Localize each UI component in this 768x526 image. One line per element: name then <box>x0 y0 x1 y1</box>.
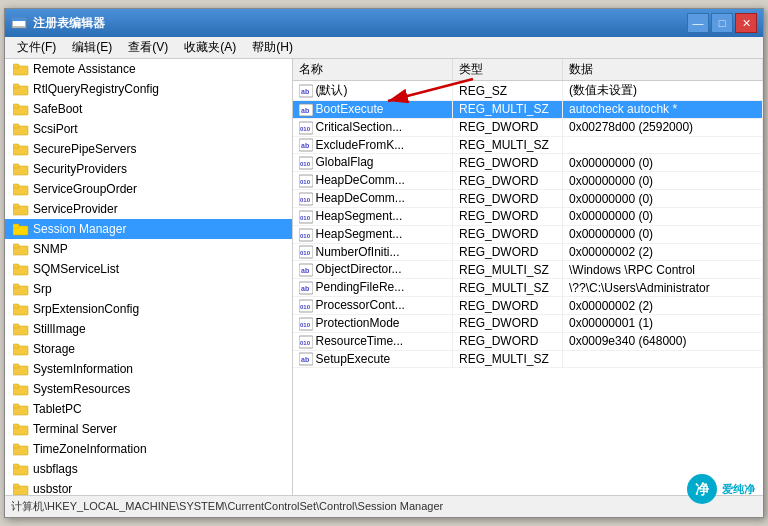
reg-data-cell: 0x00000000 (0) <box>563 225 763 243</box>
tree-item-label: SafeBoot <box>33 102 82 116</box>
tree-item[interactable]: usbstor <box>5 479 292 495</box>
menu-file[interactable]: 文件(F) <box>9 37 64 58</box>
ab-icon: ab <box>299 263 313 277</box>
tree-item-label: ServiceGroupOrder <box>33 182 137 196</box>
reg-data-cell: 0x00000002 (2) <box>563 297 763 315</box>
reg-name: CriticalSection... <box>316 120 403 134</box>
ab-icon: ab <box>299 352 313 366</box>
reg-data-cell <box>563 350 763 368</box>
reg-data-cell: 0x00000000 (0) <box>563 172 763 190</box>
svg-text:010: 010 <box>300 126 311 132</box>
tree-item[interactable]: RtlQueryRegistryConfig <box>5 79 292 99</box>
tree-item[interactable]: SecurePipeServers <box>5 139 292 159</box>
status-bar: 计算机\HKEY_LOCAL_MACHINE\SYSTEM\CurrentCon… <box>5 495 763 517</box>
table-row[interactable]: ab(默认)REG_SZ(数值未设置) <box>293 81 763 101</box>
tree-item[interactable]: SafeBoot <box>5 99 292 119</box>
table-row[interactable]: 010ProcessorCont...REG_DWORD0x00000002 (… <box>293 297 763 315</box>
maximize-button[interactable]: □ <box>711 13 733 33</box>
tree-item[interactable]: TabletPC <box>5 399 292 419</box>
svg-rect-44 <box>13 464 19 468</box>
reg-name: ObjectDirector... <box>316 262 402 276</box>
tree-item[interactable]: Srp <box>5 279 292 299</box>
svg-rect-38 <box>13 404 19 408</box>
table-row[interactable]: 010HeapSegment...REG_DWORD0x00000000 (0) <box>293 225 763 243</box>
menu-favorites[interactable]: 收藏夹(A) <box>176 37 244 58</box>
reg-name-cell: 010ResourceTime... <box>293 332 453 350</box>
watermark-text: 爱纯净 <box>722 482 755 497</box>
table-row[interactable]: 010HeapDeComm...REG_DWORD0x00000000 (0) <box>293 190 763 208</box>
table-row[interactable]: abObjectDirector...REG_MULTI_SZ\Windows … <box>293 261 763 279</box>
svg-rect-12 <box>13 144 19 148</box>
watermark-logo: 净 <box>686 473 718 505</box>
table-row[interactable]: abExcludeFromK...REG_MULTI_SZ <box>293 136 763 154</box>
tree-item[interactable]: ServiceGroupOrder <box>5 179 292 199</box>
reg-type-cell: REG_DWORD <box>453 332 563 350</box>
reg-name: BootExecute <box>316 102 384 116</box>
folder-icon <box>13 422 29 436</box>
folder-icon <box>13 82 29 96</box>
table-row[interactable]: 010CriticalSection...REG_DWORD0x00278d00… <box>293 118 763 136</box>
svg-rect-40 <box>13 424 19 428</box>
reg-name: NumberOfIniti... <box>316 245 400 259</box>
table-row[interactable]: 010NumberOfIniti...REG_DWORD0x00000002 (… <box>293 243 763 261</box>
tree-item[interactable]: TimeZoneInformation <box>5 439 292 459</box>
table-row[interactable]: abSetupExecuteREG_MULTI_SZ <box>293 350 763 368</box>
folder-icon <box>13 122 29 136</box>
tree-item-label: SecurityProviders <box>33 162 127 176</box>
reg-name-cell: ab(默认) <box>293 81 453 101</box>
tree-item[interactable]: Session Manager <box>5 219 292 239</box>
reg-name-cell: 010HeapDeComm... <box>293 172 453 190</box>
folder-icon <box>13 442 29 456</box>
reg-data-cell: 0x00278d00 (2592000) <box>563 118 763 136</box>
table-row[interactable]: 010ResourceTime...REG_DWORD0x0009e340 (6… <box>293 332 763 350</box>
right-registry-panel: 名称 类型 数据 ab(默认)REG_SZ(数值未设置)abBootExecut… <box>293 59 764 495</box>
svg-text:010: 010 <box>300 215 311 221</box>
table-row[interactable]: 010HeapDeComm...REG_DWORD0x00000000 (0) <box>293 172 763 190</box>
folder-icon <box>13 402 29 416</box>
tree-item[interactable]: Storage <box>5 339 292 359</box>
reg-name: HeapSegment... <box>316 209 403 223</box>
tree-item[interactable]: SQMServiceList <box>5 259 292 279</box>
tree-item[interactable]: Terminal Server <box>5 419 292 439</box>
table-row[interactable]: abBootExecuteREG_MULTI_SZautocheck autoc… <box>293 101 763 119</box>
table-row[interactable]: abPendingFileRe...REG_MULTI_SZ\??\C:\Use… <box>293 279 763 297</box>
reg-type-cell: REG_DWORD <box>453 314 563 332</box>
tree-item[interactable]: ScsiPort <box>5 119 292 139</box>
svg-text:ab: ab <box>301 356 309 363</box>
tree-item[interactable]: Remote Assistance <box>5 59 292 79</box>
table-row[interactable]: 010HeapSegment...REG_DWORD0x00000000 (0) <box>293 207 763 225</box>
table-row[interactable]: 010ProtectionModeREG_DWORD0x00000001 (1) <box>293 314 763 332</box>
reg-name: HeapDeComm... <box>316 173 405 187</box>
svg-rect-14 <box>13 164 19 168</box>
tree-item[interactable]: SrpExtensionConfig <box>5 299 292 319</box>
status-text: 计算机\HKEY_LOCAL_MACHINE\SYSTEM\CurrentCon… <box>11 499 443 514</box>
reg-name: ProtectionMode <box>316 316 400 330</box>
tree-item[interactable]: ServiceProvider <box>5 199 292 219</box>
svg-text:010: 010 <box>300 304 311 310</box>
reg-type-cell: REG_DWORD <box>453 154 563 172</box>
tree-item[interactable]: SystemInformation <box>5 359 292 379</box>
menu-help[interactable]: 帮助(H) <box>244 37 301 58</box>
svg-rect-6 <box>13 84 19 88</box>
reg-name: ProcessorCont... <box>316 298 405 312</box>
reg-name-cell: abSetupExecute <box>293 350 453 368</box>
folder-icon <box>13 342 29 356</box>
tree-item[interactable]: SecurityProviders <box>5 159 292 179</box>
reg-type-cell: REG_DWORD <box>453 207 563 225</box>
tree-item[interactable]: SNMP <box>5 239 292 259</box>
tree-item[interactable]: StillImage <box>5 319 292 339</box>
menu-view[interactable]: 查看(V) <box>120 37 176 58</box>
minimize-button[interactable]: — <box>687 13 709 33</box>
menu-edit[interactable]: 编辑(E) <box>64 37 120 58</box>
tree-item[interactable]: usbflags <box>5 459 292 479</box>
svg-text:ab: ab <box>301 88 309 95</box>
dword-icon: 010 <box>299 192 313 206</box>
table-row[interactable]: 010GlobalFlagREG_DWORD0x00000000 (0) <box>293 154 763 172</box>
tree-item-label: Terminal Server <box>33 422 117 436</box>
svg-rect-16 <box>13 184 19 188</box>
reg-type-cell: REG_DWORD <box>453 243 563 261</box>
tree-item-label: StillImage <box>33 322 86 336</box>
folder-icon <box>13 262 29 276</box>
close-button[interactable]: ✕ <box>735 13 757 33</box>
tree-item[interactable]: SystemResources <box>5 379 292 399</box>
